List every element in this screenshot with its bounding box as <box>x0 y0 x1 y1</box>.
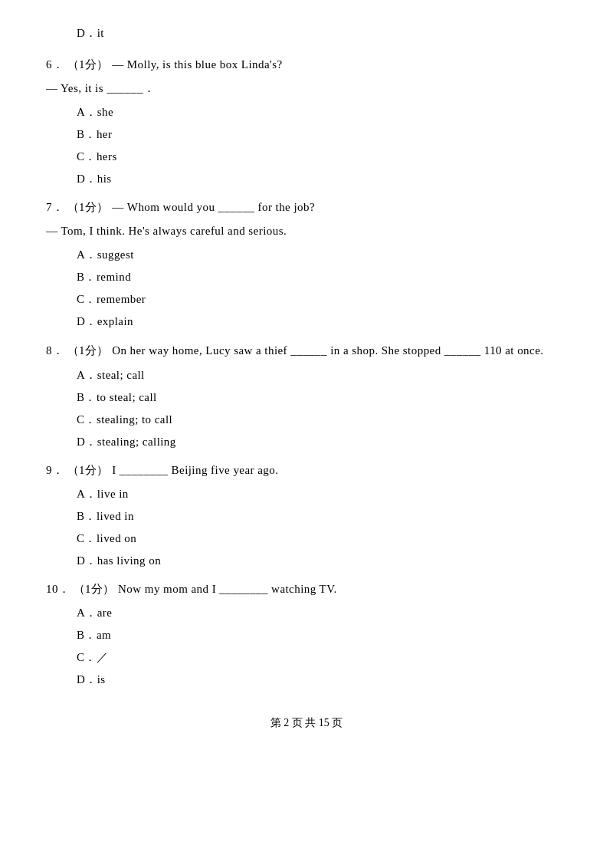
q6-option-a: A．she <box>77 102 567 123</box>
question-10: 10． （1分） Now my mom and I ________ watch… <box>46 579 567 690</box>
page-footer: 第 2 页 共 15 页 <box>46 713 567 732</box>
q6-prompt-text: — Molly, is this blue box Linda's? <box>112 58 282 71</box>
q6-number: 6． <box>46 58 64 71</box>
q7-option-d: D．explain <box>77 311 567 332</box>
q7-prompt-text: — Whom would you ______ for the job? <box>112 201 315 213</box>
q9-option-a: A．live in <box>77 484 567 505</box>
q6-option-c: C．hers <box>77 146 567 167</box>
q7-prompt: 7． （1分） — Whom would you ______ for the … <box>46 197 567 218</box>
q10-prompt-text: Now my mom and I ________ watching TV. <box>118 583 337 595</box>
q10-score: （1分） <box>74 583 115 595</box>
q9-option-c: C．lived on <box>77 528 567 549</box>
q6-option-b: B．her <box>77 124 567 145</box>
question-9: 9． （1分） I ________ Beijing five year ago… <box>46 460 567 571</box>
question-7: 7． （1分） — Whom would you ______ for the … <box>46 197 567 332</box>
q8-option-c: C．stealing; to call <box>77 409 567 430</box>
q8-prompt: 8． （1分） On her way home, Lucy saw a thie… <box>46 340 567 362</box>
q9-option-d: D．has living on <box>77 551 567 571</box>
q6-option-d: D．his <box>77 169 567 189</box>
q6-sub: — Yes, it is ______． <box>46 78 567 99</box>
q7-option-a: A．suggest <box>77 245 567 265</box>
q7-number: 7． <box>46 201 64 213</box>
q7-sub: — Tom, I think. He's always careful and … <box>46 221 567 242</box>
q10-option-d: D．is <box>77 669 567 690</box>
q8-option-d: D．stealing; calling <box>77 432 567 452</box>
q8-option-b: B．to steal; call <box>77 387 567 408</box>
q9-number: 9． <box>46 464 64 476</box>
question-8: 8． （1分） On her way home, Lucy saw a thie… <box>46 340 567 452</box>
q10-prompt: 10． （1分） Now my mom and I ________ watch… <box>46 579 567 600</box>
q10-option-b: B．am <box>77 625 567 646</box>
q8-score: （1分） <box>67 344 109 357</box>
q6-prompt: 6． （1分） — Molly, is this blue box Linda'… <box>46 54 567 75</box>
q8-prompt-text: On her way home, Lucy saw a thief ______… <box>112 344 543 357</box>
q9-option-b: B．lived in <box>77 506 567 527</box>
q10-number: 10． <box>46 583 70 595</box>
q10-option-c: C．／ <box>77 647 567 668</box>
q10-option-a: A．are <box>77 603 567 623</box>
q8-option-a: A．steal; call <box>77 365 567 386</box>
q6-score: （1分） <box>67 58 109 71</box>
prev-option-d: D．it <box>46 23 567 44</box>
q7-score: （1分） <box>67 201 109 213</box>
q7-option-b: B．remind <box>77 267 567 288</box>
option-d-it: D．it <box>77 23 567 44</box>
q9-prompt: 9． （1分） I ________ Beijing five year ago… <box>46 460 567 481</box>
q8-number: 8． <box>46 344 64 357</box>
q9-prompt-text: I ________ Beijing five year ago. <box>112 464 278 476</box>
question-6: 6． （1分） — Molly, is this blue box Linda'… <box>46 54 567 189</box>
q7-option-c: C．remember <box>77 289 567 310</box>
q9-score: （1分） <box>67 464 109 476</box>
page-number: 第 2 页 共 15 页 <box>270 717 343 728</box>
